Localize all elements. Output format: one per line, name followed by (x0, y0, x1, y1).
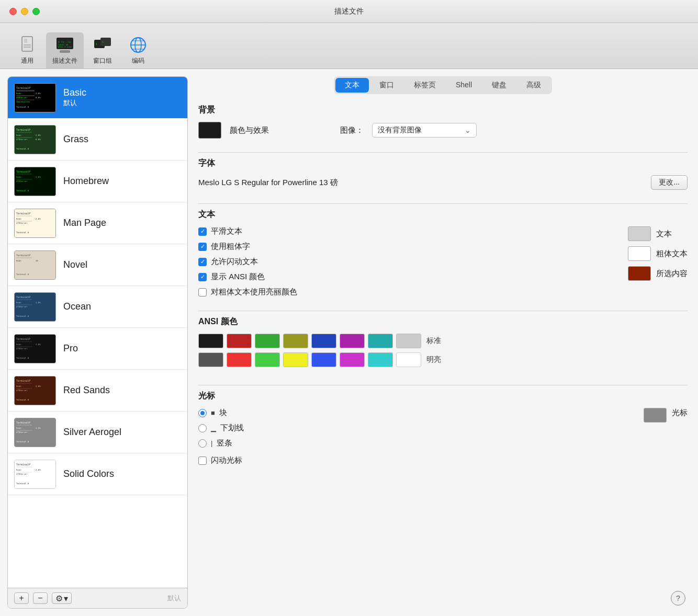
cursor-color-swatch[interactable] (644, 408, 667, 423)
tab-window[interactable]: 窗口 (370, 78, 403, 93)
sidebar-item-homebrew[interactable]: TerminalP Node 2.8% ATR0erver Terminal #… (8, 161, 187, 202)
svg-text:TerminalP: TerminalP (16, 254, 30, 257)
check-icon-3: ✓ (200, 258, 205, 265)
svg-text:TerminalP: TerminalP (16, 212, 30, 215)
text-section: 文本 ✓ 平滑文本 ✓ 使用粗体字 (198, 209, 688, 297)
ansi-section: ANSI 颜色 标准 (198, 316, 688, 371)
bold-text-color-swatch[interactable] (628, 246, 651, 261)
basic-name: Basic (63, 87, 181, 98)
sidebar-item-pro[interactable]: TerminalP Node 2.8% ATR0erver Terminal #… (8, 328, 187, 370)
tab-tab[interactable]: 标签页 (404, 78, 445, 93)
bold-font-label: 使用粗体字 (211, 242, 250, 252)
ansi-std-7[interactable] (396, 334, 421, 348)
grass-info: Grass (63, 134, 181, 145)
font-row: Meslo LG S Regular for Powerline 13 磅 更改… (198, 175, 688, 190)
cursor-underline-label: 下划线 (220, 423, 244, 433)
pro-name: Pro (63, 343, 181, 354)
cursor-blink-checkbox[interactable] (198, 457, 207, 465)
sidebar-item-ocean[interactable]: TerminalP Node 2.8% ATR0erver Terminal #… (8, 286, 187, 328)
sidebar-item-basic[interactable]: TerminalP Node 2.8% ATR0erver 8.8% Impre… (8, 77, 187, 119)
blink-text-row: ✓ 允许闪动文本 (198, 257, 615, 267)
ansi-std-4[interactable] (311, 334, 336, 348)
tab-text[interactable]: 文本 (335, 78, 369, 93)
cursor-underline-row: ▁ 下划线 (198, 423, 631, 433)
manpage-preview: TerminalP Node 2.8% ATR0erver Terminal # (14, 209, 56, 238)
cursor-block-label: 块 (219, 408, 227, 418)
ansi-std-6[interactable] (368, 334, 393, 348)
svg-text:ATR0erver: ATR0erver (16, 305, 28, 308)
toolbar-item-encoding[interactable]: 编码 (121, 32, 155, 69)
sidebar-item-novel[interactable]: TerminalP Node 48 Terminal # Novel (8, 244, 187, 286)
manpage-info: Man Page (63, 218, 181, 229)
selection-color-label: 所选内容 (656, 269, 688, 279)
ansi-std-5[interactable] (340, 334, 365, 348)
sidebar-item-solid-colors[interactable]: TerminalP Node 2.8% ATR0erver Terminal #… (8, 453, 187, 495)
cursor-block-radio[interactable] (198, 409, 207, 417)
cursor-bar-radio[interactable] (198, 439, 207, 448)
ansi-bright-4[interactable] (311, 352, 336, 367)
svg-text:ATR0erver: ATR0erver (16, 473, 28, 475)
svg-rect-20 (16, 90, 35, 92)
close-button[interactable] (9, 8, 17, 15)
text-colors: 文本 粗体文本 所选内容 (628, 226, 688, 297)
dropdown-value: 没有背景图像 (378, 126, 422, 135)
text-title: 文本 (198, 209, 688, 220)
tab-advanced[interactable]: 高级 (517, 78, 550, 93)
bright-color-checkbox[interactable] (198, 288, 207, 296)
blink-text-checkbox[interactable]: ✓ (198, 258, 207, 266)
background-image-dropdown[interactable]: 没有背景图像 ⌄ (372, 123, 477, 138)
ansi-bright-6[interactable] (368, 352, 393, 367)
sidebar-item-silver-aerogel[interactable]: TerminalP Node 2.8% ATR0erver Terminal #… (8, 412, 187, 453)
ocean-info: Ocean (63, 301, 181, 312)
smooth-text-checkbox[interactable]: ✓ (198, 227, 207, 236)
sidebar-item-red-sands[interactable]: TerminalP Node 2.8% ATR0erver Terminal #… (8, 370, 187, 412)
ansi-bright-5[interactable] (340, 352, 365, 367)
divider-4 (198, 385, 688, 385)
help-button[interactable]: ? (671, 591, 685, 606)
check-icon: ✓ (200, 228, 205, 235)
ansi-bright-3[interactable] (283, 352, 308, 367)
ansi-std-2[interactable] (255, 334, 280, 348)
ansi-bright-0[interactable] (198, 352, 223, 367)
add-profile-button[interactable]: + (14, 592, 29, 604)
toolbar-item-general[interactable]: 通用 (10, 32, 44, 69)
sidebar: TerminalP Node 2.8% ATR0erver 8.8% Impre… (7, 76, 188, 609)
ansi-bright-7[interactable] (396, 352, 421, 367)
maximize-button[interactable] (32, 8, 40, 15)
sidebar-item-grass[interactable]: TerminalP Node 2.8% ATR0erver 8.8% Termi… (8, 119, 187, 161)
change-font-button[interactable]: 更改... (651, 175, 688, 190)
tab-shell[interactable]: Shell (446, 78, 481, 93)
svg-text:2.8%: 2.8% (36, 343, 41, 346)
svg-text:2.8%: 2.8% (36, 469, 41, 471)
bold-font-checkbox[interactable]: ✓ (198, 243, 207, 251)
ansi-color-row: ✓ 显示 ANSI 颜色 (198, 272, 615, 282)
svg-text:2.8%: 2.8% (36, 218, 41, 220)
ansi-std-1[interactable] (227, 334, 252, 348)
svg-text:TerminalP: TerminalP (16, 128, 30, 131)
ansi-bright-label: 明亮 (426, 355, 441, 364)
text-color-swatch[interactable] (628, 226, 651, 241)
homebrew-info: Homebrew (63, 176, 181, 187)
remove-profile-button[interactable]: − (33, 592, 48, 604)
basic-preview: TerminalP Node 2.8% ATR0erver 8.8% Impre… (14, 83, 56, 112)
gear-button[interactable]: ⚙ ▾ (52, 592, 72, 604)
selection-color-row: 所选内容 (628, 266, 688, 281)
background-color-swatch[interactable] (198, 122, 221, 139)
main-content: TerminalP Node 2.8% ATR0erver 8.8% Impre… (0, 69, 698, 616)
pro-info: Pro (63, 343, 181, 354)
cursor-underline-radio[interactable] (198, 424, 207, 432)
ansi-bright-2[interactable] (255, 352, 280, 367)
toolbar-item-window-groups[interactable]: $ _ $ 窗口组 (86, 32, 119, 69)
ansi-color-checkbox[interactable]: ✓ (198, 273, 207, 281)
profiles-icon: $ ls -la total 48 drwx 2 user (55, 36, 74, 54)
selection-color-swatch[interactable] (628, 266, 651, 281)
toolbar-item-profiles[interactable]: $ ls -la total 48 drwx 2 user 描述文件 (46, 32, 84, 69)
ansi-bright-1[interactable] (227, 352, 252, 367)
ansi-std-3[interactable] (283, 334, 308, 348)
ansi-std-0[interactable] (198, 334, 223, 348)
toolbar-profiles-label: 描述文件 (52, 56, 77, 65)
tab-keyboard[interactable]: 键盘 (482, 78, 516, 93)
minimize-button[interactable] (21, 8, 28, 15)
sidebar-item-man-page[interactable]: TerminalP Node 2.8% ATR0erver Terminal #… (8, 202, 187, 244)
check-icon-2: ✓ (200, 243, 205, 250)
